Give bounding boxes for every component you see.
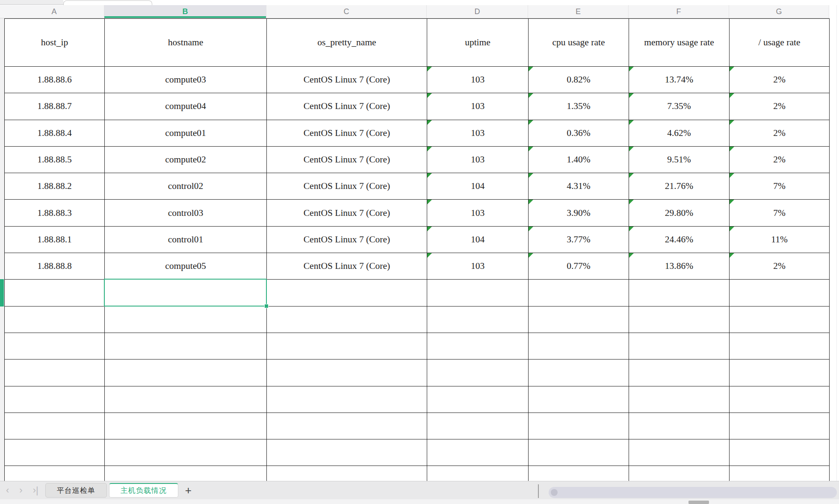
empty-cell[interactable] [730, 333, 830, 360]
empty-cell[interactable] [427, 386, 529, 413]
cell-mem[interactable]: 21.76% [629, 173, 730, 200]
cell-os[interactable]: CentOS Linux 7 (Core) [267, 253, 427, 280]
horizontal-scrollbar[interactable] [549, 487, 837, 498]
header-cell[interactable]: host_ip [5, 19, 105, 67]
empty-cell[interactable] [730, 466, 830, 481]
empty-cell[interactable] [427, 439, 529, 466]
empty-cell[interactable] [427, 280, 529, 306]
header-cell[interactable]: cpu usage rate [529, 19, 629, 67]
cell-os[interactable]: CentOS Linux 7 (Core) [267, 227, 427, 253]
empty-cell[interactable] [5, 280, 105, 306]
cell-root[interactable]: 2% [730, 120, 830, 147]
empty-cell[interactable] [730, 280, 830, 306]
empty-cell[interactable] [427, 413, 529, 439]
empty-cell[interactable] [730, 360, 830, 386]
cell-host-ip[interactable]: 1.88.88.6 [5, 67, 105, 93]
empty-cell[interactable] [5, 386, 105, 413]
cell-os[interactable]: CentOS Linux 7 (Core) [267, 120, 427, 147]
cell-hostname[interactable]: compute05 [105, 253, 267, 280]
column-header-b[interactable]: B [104, 5, 266, 18]
empty-cell[interactable] [105, 466, 267, 481]
cell-mem[interactable]: 7.35% [629, 93, 730, 120]
cell-root[interactable]: 2% [730, 93, 830, 120]
cell-cpu[interactable]: 1.35% [529, 93, 629, 120]
empty-cell[interactable] [730, 439, 830, 466]
sheet-tab-inspection[interactable]: 平台巡检单 [45, 483, 107, 498]
cell-hostname[interactable]: compute02 [105, 147, 267, 173]
empty-cell[interactable] [267, 413, 427, 439]
empty-cell[interactable] [629, 466, 730, 481]
cell-uptime[interactable]: 104 [427, 227, 529, 253]
empty-cell[interactable] [427, 466, 529, 481]
cell-hostname[interactable]: compute03 [105, 67, 267, 93]
empty-cell[interactable] [5, 333, 105, 360]
empty-cell[interactable] [529, 413, 629, 439]
header-cell[interactable]: / usage rate [730, 19, 830, 67]
cell-host-ip[interactable]: 1.88.88.8 [5, 253, 105, 280]
cell-uptime[interactable]: 103 [427, 93, 529, 120]
cell-uptime[interactable]: 103 [427, 67, 529, 93]
cell-host-ip[interactable]: 1.88.88.5 [5, 147, 105, 173]
next-sheet-icon[interactable]: › [19, 486, 22, 495]
empty-cell[interactable] [105, 360, 267, 386]
sheet-tab-host-load[interactable]: 主机负载情况 [109, 483, 178, 498]
empty-cell[interactable] [5, 466, 105, 481]
cell-cpu[interactable]: 0.77% [529, 253, 629, 280]
empty-cell[interactable] [629, 360, 730, 386]
cell-hostname[interactable]: compute01 [105, 120, 267, 147]
cell-hostname[interactable]: control01 [105, 227, 267, 253]
cell-mem[interactable]: 13.86% [629, 253, 730, 280]
last-sheet-icon[interactable]: ›| [33, 486, 38, 495]
cell-cpu[interactable]: 1.40% [529, 147, 629, 173]
cell-root[interactable]: 2% [730, 67, 830, 93]
cell-root[interactable]: 2% [730, 253, 830, 280]
cell-uptime[interactable]: 103 [427, 200, 529, 226]
empty-cell[interactable] [267, 360, 427, 386]
cell-cpu[interactable]: 3.77% [529, 227, 629, 253]
cell-root[interactable]: 7% [730, 200, 830, 226]
cell-cpu[interactable]: 3.90% [529, 200, 629, 226]
empty-cell[interactable] [267, 439, 427, 466]
cell-mem[interactable]: 13.74% [629, 67, 730, 93]
cell-host-ip[interactable]: 1.88.88.7 [5, 93, 105, 120]
header-cell[interactable]: hostname [105, 19, 267, 67]
empty-cell[interactable] [105, 413, 267, 439]
empty-cell[interactable] [105, 333, 267, 360]
empty-cell[interactable] [730, 307, 830, 333]
cell-host-ip[interactable]: 1.88.88.3 [5, 200, 105, 226]
cell-uptime[interactable]: 103 [427, 147, 529, 173]
empty-cell[interactable] [529, 466, 629, 481]
cell-root[interactable]: 2% [730, 147, 830, 173]
header-cell[interactable]: uptime [427, 19, 529, 67]
cell-cpu[interactable]: 4.31% [529, 173, 629, 200]
column-header-a[interactable]: A [4, 5, 104, 18]
cell-os[interactable]: CentOS Linux 7 (Core) [267, 200, 427, 226]
empty-cell[interactable] [267, 280, 427, 306]
header-cell[interactable]: os_pretty_name [267, 19, 427, 67]
column-header-c[interactable]: C [266, 5, 427, 18]
empty-cell[interactable] [5, 413, 105, 439]
cell-host-ip[interactable]: 1.88.88.4 [5, 120, 105, 147]
empty-cell[interactable] [427, 307, 529, 333]
empty-cell[interactable] [629, 386, 730, 413]
empty-cell[interactable] [105, 307, 267, 333]
header-cell[interactable]: memory usage rate [629, 19, 730, 67]
cell-cpu[interactable]: 0.82% [529, 67, 629, 93]
empty-cell[interactable] [267, 307, 427, 333]
empty-cell[interactable] [529, 386, 629, 413]
cell-mem[interactable]: 24.46% [629, 227, 730, 253]
selected-cell[interactable] [104, 279, 267, 307]
cell-host-ip[interactable]: 1.88.88.2 [5, 173, 105, 200]
empty-cell[interactable] [5, 439, 105, 466]
empty-cell[interactable] [629, 280, 730, 306]
empty-cell[interactable] [529, 280, 629, 306]
cell-mem[interactable]: 9.51% [629, 147, 730, 173]
cell-host-ip[interactable]: 1.88.88.1 [5, 227, 105, 253]
add-sheet-button[interactable]: + [185, 485, 192, 496]
empty-cell[interactable] [427, 333, 529, 360]
column-header-e[interactable]: E [528, 5, 629, 18]
empty-cell[interactable] [105, 439, 267, 466]
cell-os[interactable]: CentOS Linux 7 (Core) [267, 67, 427, 93]
cell-hostname[interactable]: compute04 [105, 93, 267, 120]
empty-cell[interactable] [105, 386, 267, 413]
